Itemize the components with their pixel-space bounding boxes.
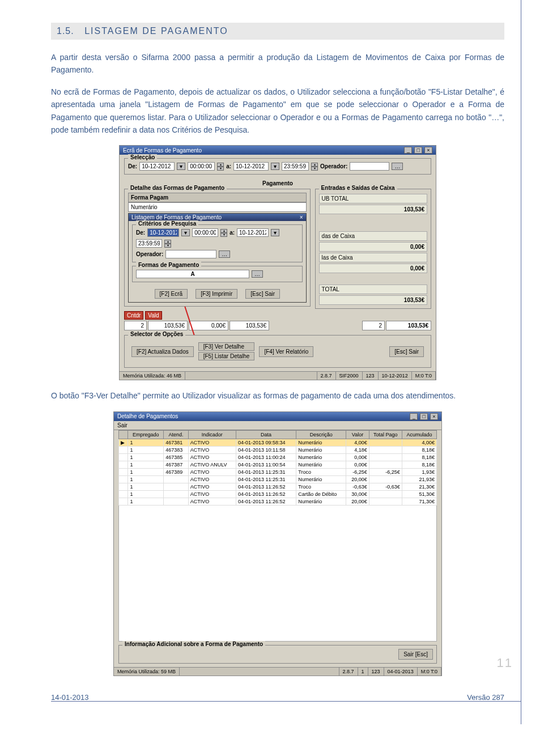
table-cell: [119, 461, 128, 468]
page-border-right: [521, 0, 521, 724]
esc-sair-button[interactable]: [Esc] Sair: [389, 346, 424, 357]
dialog-title: Listagem de Formas de Pagamento: [131, 214, 222, 220]
grid-c5: 2: [362, 321, 385, 330]
dlg-imprimir-button[interactable]: [F3] Imprimir: [196, 289, 237, 299]
close-icon[interactable]: ×: [430, 413, 438, 420]
sair-esc-button[interactable]: Sair [Esc]: [398, 649, 433, 660]
dlg-a-label: a:: [230, 230, 235, 236]
table-cell: Numerário: [296, 475, 346, 483]
dialog-close-icon[interactable]: ×: [300, 214, 303, 220]
table-cell: [119, 475, 128, 483]
spin-up-icon[interactable]: ▴: [311, 163, 318, 167]
maximize-icon[interactable]: □: [414, 147, 422, 154]
table-cell: Numerário: [296, 439, 346, 446]
grid-c4: 103,53€: [230, 321, 269, 330]
table-cell: 20,00€: [346, 498, 369, 505]
table-cell: [369, 446, 402, 453]
operador-input[interactable]: [350, 162, 389, 171]
pagamentos-table: EmpregadoAtend.IndicadorDataDescriçãoVal…: [118, 430, 437, 506]
dlg-a-dropdown[interactable]: ▾: [271, 229, 279, 236]
table-row[interactable]: 1ACTIVO04-01-2013 11:25:31Numerário20,00…: [119, 475, 437, 483]
table-header: [119, 430, 128, 439]
minimize-icon[interactable]: _: [410, 413, 418, 420]
spin-down-icon[interactable]: ▾: [164, 244, 171, 248]
status-bar-2: Memória Utilizada: 59 MB 2.8.7 1 123 04-…: [114, 667, 441, 676]
spin-up-icon[interactable]: ▴: [220, 229, 227, 233]
table-cell: 467381: [164, 439, 188, 446]
spin-down-icon[interactable]: ▾: [217, 167, 224, 171]
table-row[interactable]: 1ACTIVO04-01-2013 11:26:52Cartão de Débi…: [119, 490, 437, 498]
table-cell: 467389: [164, 468, 188, 475]
selector-label: Selector de Opções: [128, 331, 185, 337]
table-cell: 04-01-2013 11:00:54: [236, 461, 296, 468]
menu-sair[interactable]: Sair: [117, 422, 128, 428]
dlg-de-time-input[interactable]: [192, 228, 218, 237]
table-cell: 1,93€: [402, 468, 436, 475]
table-cell: ACTIVO: [188, 439, 236, 446]
table-row[interactable]: 1467385ACTIVO04-01-2013 11:00:24Numerári…: [119, 453, 437, 461]
table-cell: [369, 461, 402, 468]
spin-down-icon[interactable]: ▾: [311, 167, 318, 171]
close-icon[interactable]: ×: [424, 147, 432, 154]
operador-picker-button[interactable]: …: [392, 163, 403, 170]
formas-input[interactable]: [136, 270, 249, 278]
table-cell: [164, 475, 188, 483]
section-number: 1.5.: [57, 26, 74, 36]
table-cell: [119, 483, 128, 490]
table-row[interactable]: ▶1467381ACTIVO04-01-2013 09:58:34Numerár…: [119, 439, 437, 446]
table-cell: 21,93€: [402, 475, 436, 483]
table-cell: [369, 475, 402, 483]
table-cell: 0,00€: [346, 453, 369, 461]
dlg-a-date-input[interactable]: [237, 228, 269, 237]
maximize-icon[interactable]: □: [420, 413, 428, 420]
formas-picker-button[interactable]: …: [252, 270, 263, 278]
info-adicional-group: Informação Adicional sobre a Forma de Pa…: [118, 645, 437, 664]
dlg-operador-input[interactable]: [165, 250, 216, 258]
dlg-de-dropdown[interactable]: ▾: [181, 229, 190, 236]
a-date-input[interactable]: [233, 162, 269, 171]
section-header: 1.5. LISTAGEM DE PAGAMENTO: [51, 23, 504, 40]
formas-label: Formas de Pagamento: [136, 262, 201, 268]
table-header: Acumulado: [402, 430, 436, 439]
actualiza-dados-button[interactable]: [F2] Actualiza Dados: [131, 346, 194, 357]
table-cell: 1: [128, 475, 164, 483]
table-row[interactable]: 1467387ACTIVO ANULV04-01-2013 11:00:54Nu…: [119, 461, 437, 468]
dlg-a-time-input[interactable]: [136, 239, 162, 248]
listar-detalhe-button[interactable]: [F5] Listar Detalhe: [198, 352, 255, 360]
a-time-input[interactable]: [282, 162, 309, 171]
dlg-sair-button[interactable]: [Esc] Sair: [245, 289, 280, 299]
ver-relatorio-button[interactable]: [F4] Ver Relatório: [259, 346, 313, 357]
footer: 14-01-2013 Versão 287: [51, 693, 504, 702]
spin-down-icon[interactable]: ▾: [220, 233, 227, 237]
detalhe-label: Detalhe das Formas de Pagamento: [128, 185, 227, 191]
table-cell: [369, 439, 402, 446]
spin-up-icon[interactable]: ▴: [164, 240, 171, 244]
de-date-input[interactable]: [139, 162, 175, 171]
ver-detalhe-button[interactable]: [F3] Ver Detalhe: [198, 342, 255, 351]
de-date-dropdown[interactable]: ▾: [177, 163, 185, 170]
dlg-de-date-input[interactable]: [147, 228, 179, 237]
table-cell: [119, 490, 128, 498]
minimize-icon[interactable]: _: [404, 147, 412, 154]
table-cell: Troco: [296, 468, 346, 475]
table-cell: 1: [128, 483, 164, 490]
section-title: LISTAGEM DE PAGAMENTO: [84, 26, 228, 36]
table-row[interactable]: 1ACTIVO04-01-2013 11:26:52Numerário20,00…: [119, 498, 437, 505]
table-cell: Numerário: [296, 461, 346, 468]
table-cell: ACTIVO: [188, 490, 236, 498]
table-cell: 51,30€: [402, 490, 436, 498]
spin-up-icon[interactable]: ▴: [217, 163, 224, 167]
status-mem: Memória Utilizada: 46 MB: [120, 372, 185, 380]
dlg-ecra-button[interactable]: [F2] Ecrã: [155, 289, 188, 299]
window-title: Ecrã de Formas de Pagamento: [123, 147, 202, 154]
a-date-dropdown[interactable]: ▾: [271, 163, 279, 170]
status-bar: Memória Utilizada: 46 MB 2.8.7 SIF2000 1…: [120, 371, 436, 380]
table-row[interactable]: 1467389ACTIVO04-01-2013 11:25:31Troco-6,…: [119, 468, 437, 475]
table-row[interactable]: 1ACTIVO04-01-2013 11:26:52Troco-0,63€-0,…: [119, 483, 437, 490]
table-cell: ACTIVO ANULV: [188, 461, 236, 468]
de-time-input[interactable]: [188, 162, 215, 171]
table-row[interactable]: 1467383ACTIVO04-01-2013 10:11:58Numerári…: [119, 446, 437, 453]
table-blank-area: [118, 506, 437, 642]
dlg-operador-picker[interactable]: …: [219, 250, 230, 258]
table-header: Valor: [346, 430, 369, 439]
